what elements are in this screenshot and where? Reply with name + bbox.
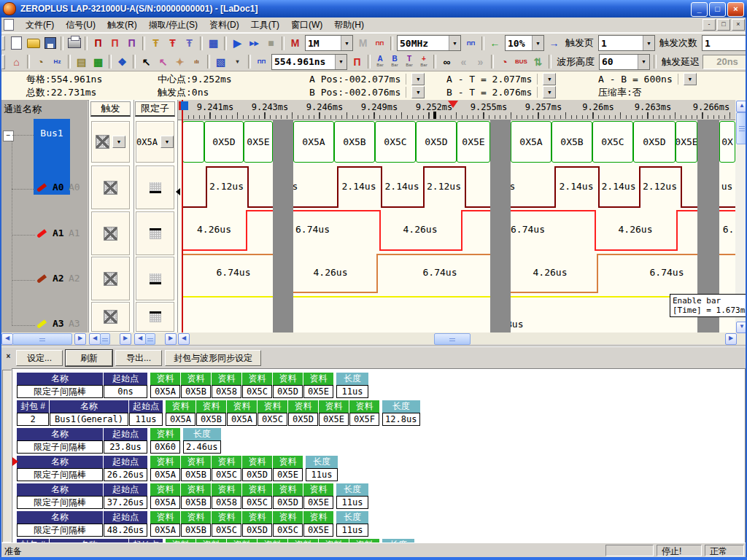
trigger-cell-a3[interactable] xyxy=(91,302,130,332)
maximize-button[interactable]: □ xyxy=(709,2,726,17)
trigger-scroll-right-button[interactable]: ▶ xyxy=(120,333,131,345)
hand-icon[interactable]: ✦ xyxy=(171,54,188,70)
chevron-down-icon[interactable]: ▼ xyxy=(411,86,425,98)
chevron-down-icon[interactable]: ▼ xyxy=(684,73,697,85)
qualifier-scroll-right-button[interactable]: ▶ xyxy=(165,333,177,345)
qualifier-cell-a3[interactable] xyxy=(136,302,174,332)
trigger-cell-bus1[interactable]: ▼ xyxy=(91,121,130,163)
qualifier-level-box[interactable] xyxy=(150,228,161,239)
qualifier-cell-bus1[interactable]: 0X5A▼ xyxy=(136,121,174,163)
wave-mode-dropdown[interactable]: ▾ xyxy=(229,54,246,70)
a-bar-icon[interactable]: ABar xyxy=(373,54,387,70)
toolbar-handle[interactable] xyxy=(1,55,5,69)
pulse-red-icon[interactable]: ПП xyxy=(371,35,388,51)
bus-setup-icon[interactable]: BUS xyxy=(513,54,530,70)
chevron-down-icon[interactable]: ▼ xyxy=(543,73,556,85)
packet-value-row[interactable]: 限定子间隔棒0ns0X5A0X5B0X580X5C0X5D0X5E11us xyxy=(17,385,369,398)
menu-item-8[interactable]: 帮助(H) xyxy=(328,18,370,33)
close-button[interactable]: × xyxy=(727,2,744,17)
plus-bar-icon[interactable]: +Bar xyxy=(417,54,431,70)
qualifier-level-box[interactable] xyxy=(150,273,161,284)
trigger-pattern-box[interactable] xyxy=(104,310,117,324)
trigger-pattern-box[interactable] xyxy=(104,272,117,286)
mdi-close-button[interactable]: × xyxy=(732,19,745,31)
capture-waveform-icon[interactable]: Π xyxy=(90,35,107,51)
sync-settings-button[interactable]: 封包与波形同步设定 xyxy=(165,350,261,366)
sync-param-icon[interactable]: ◔ xyxy=(496,54,513,70)
trigger-cell-a1[interactable] xyxy=(91,211,130,255)
display-ratio-combo[interactable]: 10%▼ xyxy=(505,35,544,51)
film-roll-icon[interactable]: ▦ xyxy=(205,35,222,51)
new-document-icon[interactable] xyxy=(8,35,25,51)
channel-label-a1[interactable]: A1 xyxy=(53,228,64,238)
packet-value-row[interactable]: 限定子间隔棒37.26us0X5A0X5B0X580X5C0X5D0X5E11u… xyxy=(17,496,369,509)
goto-prev-icon[interactable]: « xyxy=(455,54,472,70)
pointer-icon[interactable]: ↖ xyxy=(138,54,155,70)
qualifier-cell-a2[interactable] xyxy=(136,257,174,300)
waveform-scroll-thumb[interactable] xyxy=(434,333,471,345)
waveform-scroll-right-button[interactable]: ▶ xyxy=(725,333,737,345)
channel-label-a2[interactable]: A2 xyxy=(53,273,64,284)
frequency-icon[interactable]: Hz xyxy=(49,54,66,70)
listing-window-icon[interactable]: ▦ xyxy=(90,54,107,70)
stop-icon[interactable]: ■ xyxy=(263,35,279,51)
trigger-pattern-box[interactable] xyxy=(96,135,109,149)
print-icon[interactable] xyxy=(66,35,82,51)
packet-value-row[interactable]: 限定子间隔棒23.8us0X602.46us xyxy=(17,440,222,454)
b-bar-icon[interactable]: BBar xyxy=(387,54,402,70)
qualifier-scroll-thumb[interactable] xyxy=(145,333,155,345)
trigger-pattern-box[interactable] xyxy=(104,181,117,195)
qualifier-level-box[interactable] xyxy=(150,311,161,322)
open-folder-icon[interactable] xyxy=(25,35,42,51)
repeat-run-icon[interactable]: ▶▶ xyxy=(246,35,263,51)
chevron-down-icon[interactable]: ▼ xyxy=(449,36,460,50)
pulse-cursor-icon[interactable]: П xyxy=(349,54,365,70)
chevron-down-icon[interactable]: ▼ xyxy=(112,136,125,148)
chevron-down-icon[interactable]: ▼ xyxy=(532,36,543,50)
qualifier-cell-a1[interactable] xyxy=(136,211,174,255)
packet-value-row[interactable]: 限定子间隔棒26.26us0X5A0X5B0X5C0X5D0X5E11us xyxy=(17,468,338,481)
channel-scroll-thumb[interactable] xyxy=(12,333,72,345)
e-capture-icon[interactable]: Π xyxy=(123,35,140,51)
qualifier-scroll-left-button[interactable]: ◀ xyxy=(134,333,146,345)
bus-channel-label[interactable]: Bus1 xyxy=(34,119,70,195)
menu-item-5[interactable]: 资料(D) xyxy=(204,18,245,33)
mdi-restore-button[interactable]: □ xyxy=(717,19,730,31)
mdi-minimize-button[interactable]: - xyxy=(703,19,716,31)
sample-rate-combo[interactable]: 50MHz▼ xyxy=(397,35,461,51)
export-button[interactable]: 导出... xyxy=(115,350,162,366)
pan-left-icon[interactable]: ← xyxy=(487,35,503,51)
trigger-center-icon[interactable]: Ŧ xyxy=(164,35,181,51)
channel-scroll-left-button[interactable]: ◀ xyxy=(1,333,13,345)
wave-mode-icon[interactable]: ▧ xyxy=(212,54,229,70)
tree-expander[interactable]: − xyxy=(3,131,14,141)
settings-button[interactable]: 设定... xyxy=(16,350,63,366)
trigger-scroll-thumb[interactable] xyxy=(100,333,110,345)
chevron-down-icon[interactable]: ▼ xyxy=(160,136,174,148)
single-run-icon[interactable]: ▶ xyxy=(229,35,246,51)
packet-left-scrollbar[interactable] xyxy=(2,370,12,542)
packet-panel-close-button[interactable]: × xyxy=(3,351,14,362)
memory-page-icon[interactable]: M xyxy=(287,35,303,51)
menu-item-4[interactable]: 撷取/停止(S) xyxy=(143,18,204,33)
memory-depth-combo[interactable]: 1M▼ xyxy=(305,35,353,51)
channel-scroll-right-button[interactable]: ▶ xyxy=(74,333,86,345)
menu-item-7[interactable]: 窗口(W) xyxy=(285,18,328,33)
qualifier-level-box[interactable] xyxy=(150,182,161,193)
packet-value-row[interactable]: 2Bus1(General)11us0X5A0X5B0X5A0X5C0X5D0X… xyxy=(17,413,421,426)
edit-pointer-icon[interactable]: ↖ xyxy=(155,54,171,70)
trigger-cursor-icon[interactable]: Ŧ xyxy=(181,35,198,51)
zoom-wave-icon[interactable]: ПП xyxy=(253,54,270,70)
statistics-icon[interactable]: ılı xyxy=(188,54,205,70)
menu-item-2[interactable]: 信号(U) xyxy=(60,18,101,33)
waveform-scroll-left-button[interactable]: ◀ xyxy=(178,333,190,345)
chevron-down-icon[interactable]: ▼ xyxy=(638,55,649,69)
trigger-mark-icon[interactable]: Ŧ xyxy=(147,35,164,51)
trigger-pattern-box[interactable] xyxy=(104,227,117,241)
minimize-button[interactable]: _ xyxy=(691,2,708,17)
packet-value-row[interactable]: 限定子间隔棒48.26us0X5A0X5B0X5C0X5D0X5C0X5E11u… xyxy=(17,524,369,537)
navigator-icon[interactable]: ❖ xyxy=(114,54,131,70)
time-div-combo[interactable]: 554.961ns▼ xyxy=(271,54,347,70)
toolbar-handle[interactable] xyxy=(1,36,5,50)
find-icon[interactable]: ∞ xyxy=(438,54,455,70)
